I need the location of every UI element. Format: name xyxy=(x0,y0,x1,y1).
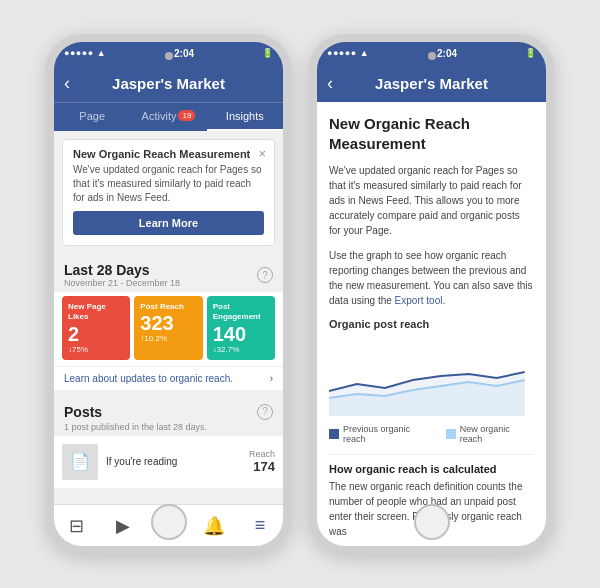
bottom-icon-grid[interactable]: ⊟ xyxy=(54,515,100,537)
stat-label-reach: Post Reach xyxy=(140,302,196,312)
legend-dot-new xyxy=(446,429,456,439)
help-icon-stats[interactable]: ? xyxy=(257,267,273,283)
bottom-icon-menu[interactable]: ≡ xyxy=(237,515,283,536)
chart-label: Organic post reach xyxy=(329,318,534,330)
signal-status-2: ●●●●● ▲ xyxy=(327,48,369,58)
stats-title: Last 28 Days xyxy=(64,262,180,278)
back-button-2[interactable]: ‹ xyxy=(327,73,333,94)
nav-title-2: Jasper's Market xyxy=(375,75,488,92)
tab-activity[interactable]: Activity19 xyxy=(130,103,206,131)
organic-reach-chart xyxy=(329,336,534,416)
stats-date: November 21 - December 18 xyxy=(64,278,180,288)
status-bar-2: ●●●●● ▲ 2:04 🔋 xyxy=(317,42,546,64)
article-body-2: Use the graph to see how organic reach r… xyxy=(329,248,534,308)
stat-cards: New Page Likes 2 ↓75% Post Reach 323 ↑10… xyxy=(54,292,283,366)
organic-link[interactable]: Learn about updates to organic reach. › xyxy=(54,366,283,390)
tab-insights[interactable]: Insights xyxy=(207,103,283,131)
post-reach-value: 174 xyxy=(249,459,275,474)
posts-content: 📄 If you're reading Reach 174 xyxy=(54,436,283,488)
posts-section: Posts ? 1 post published in the last 28 … xyxy=(54,396,283,488)
status-bar-1: ●●●●● ▲ 2:04 🔋 xyxy=(54,42,283,64)
post-text: If you're reading xyxy=(106,456,241,467)
tab-page[interactable]: Page xyxy=(54,103,130,131)
scene: ●●●●● ▲ 2:04 🔋 ‹ Jasper's Market Page Ac… xyxy=(46,34,554,554)
stat-value-reach: 323 xyxy=(140,312,196,334)
stats-header: Last 28 Days November 21 - December 18 ? xyxy=(54,254,283,292)
battery-1: 🔋 xyxy=(262,48,273,58)
signal-status-1: ●●●●● ▲ xyxy=(64,48,106,58)
chart-area xyxy=(329,336,534,416)
stat-change-likes: ↓75% xyxy=(68,345,124,354)
chart-legend: Previous organic reach New organic reach xyxy=(329,424,534,444)
organic-link-text: Learn about updates to organic reach. xyxy=(64,373,233,384)
nav-title-1: Jasper's Market xyxy=(112,75,225,92)
post-reach-label: Reach xyxy=(249,449,275,459)
stat-card-reach: Post Reach 323 ↑10.2% xyxy=(134,296,202,360)
bottom-icon-bell[interactable]: 🔔 xyxy=(191,515,237,537)
phone-1: ●●●●● ▲ 2:04 🔋 ‹ Jasper's Market Page Ac… xyxy=(46,34,291,554)
article-body-2-end: . xyxy=(442,295,445,306)
notification-title: New Organic Reach Measurement xyxy=(73,148,264,160)
legend-dot-previous xyxy=(329,429,339,439)
phone-1-content: New Organic Reach Measurement We've upda… xyxy=(54,131,283,504)
phone-2: ●●●●● ▲ 2:04 🔋 ‹ Jasper's Market New Org… xyxy=(309,34,554,554)
stat-change-reach: ↑10.2% xyxy=(140,334,196,343)
legend-label-previous: Previous organic reach xyxy=(343,424,434,444)
stats-section: Last 28 Days November 21 - December 18 ?… xyxy=(54,254,283,390)
stat-label-likes: New Page Likes xyxy=(68,302,124,323)
svg-rect-0 xyxy=(329,429,339,439)
posts-header: Posts ? xyxy=(54,396,283,422)
stat-value-engagement: 140 xyxy=(213,323,269,345)
stat-card-engagement: Post Engagement 140 ↓32.7% xyxy=(207,296,275,360)
learn-more-button[interactable]: Learn More xyxy=(73,211,264,235)
post-reach: Reach 174 xyxy=(249,449,275,474)
posts-title: Posts xyxy=(64,404,102,420)
help-icon-posts[interactable]: ? xyxy=(257,404,273,420)
nav-bar-1: ‹ Jasper's Market xyxy=(54,64,283,102)
post-thumbnail: 📄 xyxy=(62,444,98,480)
posts-subtitle: 1 post published in the last 28 days. xyxy=(54,422,283,436)
notification-text: We've updated organic reach for Pages so… xyxy=(73,163,264,205)
legend-previous: Previous organic reach xyxy=(329,424,434,444)
close-icon[interactable]: × xyxy=(258,146,266,161)
activity-badge: 19 xyxy=(178,110,195,121)
back-button-1[interactable]: ‹ xyxy=(64,73,70,94)
battery-2: 🔋 xyxy=(525,48,536,58)
stat-label-engagement: Post Engagement xyxy=(213,302,269,323)
legend-label-new: New organic reach xyxy=(460,424,534,444)
article-title: New Organic Reach Measurement xyxy=(329,114,534,153)
time-1: 2:04 xyxy=(174,48,194,59)
home-button-1[interactable] xyxy=(151,504,187,540)
legend-new: New organic reach xyxy=(446,424,534,444)
article-body-1: We've updated organic reach for Pages so… xyxy=(329,163,534,238)
stat-change-engagement: ↓32.7% xyxy=(213,345,269,354)
bottom-icon-play[interactable]: ▶ xyxy=(100,515,146,537)
tab-bar-1: Page Activity19 Insights xyxy=(54,102,283,131)
tab-activity-label: Activity xyxy=(142,110,177,122)
chevron-right-icon: › xyxy=(270,373,273,384)
post-row: 📄 If you're reading Reach 174 xyxy=(62,440,275,484)
notification-box: New Organic Reach Measurement We've upda… xyxy=(62,139,275,246)
footer-title: How organic reach is calculated xyxy=(329,463,534,475)
nav-bar-2: ‹ Jasper's Market xyxy=(317,64,546,102)
time-2: 2:04 xyxy=(437,48,457,59)
home-button-2[interactable] xyxy=(414,504,450,540)
export-tool-link[interactable]: Export tool xyxy=(395,295,443,306)
stat-value-likes: 2 xyxy=(68,323,124,345)
svg-rect-1 xyxy=(446,429,456,439)
stat-card-likes: New Page Likes 2 ↓75% xyxy=(62,296,130,360)
article-content: New Organic Reach Measurement We've upda… xyxy=(317,102,546,546)
